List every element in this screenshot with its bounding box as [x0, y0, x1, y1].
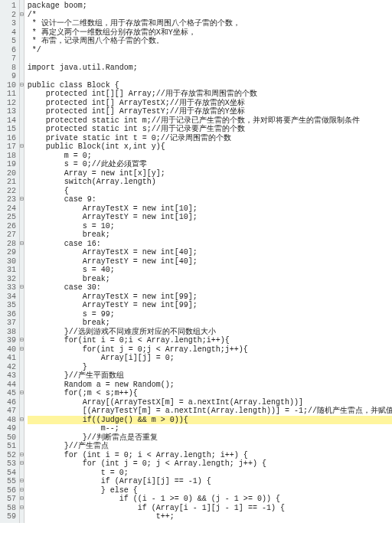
code-line: {: [28, 187, 392, 196]
fold-toggle: [20, 99, 24, 108]
line-number: 13: [2, 107, 16, 116]
fold-toggle[interactable]: ⊟: [20, 459, 24, 469]
line-number: 15: [2, 125, 16, 134]
fold-toggle[interactable]: ⊟: [20, 389, 24, 398]
line-number: 26: [2, 222, 16, 231]
line-number: 18: [2, 152, 16, 161]
code-line: case 30:: [28, 283, 392, 293]
line-number: 3: [2, 19, 16, 28]
line-number: 9: [2, 72, 16, 81]
code-line: s = 0;//此处必须置零: [28, 160, 392, 169]
fold-toggle[interactable]: ⊟: [20, 451, 24, 460]
fold-toggle[interactable]: ⊟: [20, 486, 24, 495]
fold-toggle: [20, 169, 24, 178]
line-number: 43: [2, 371, 16, 381]
code-line: for (int i = 0; i < Array.length; i++) {: [28, 451, 392, 460]
fold-toggle: [20, 442, 24, 451]
code-line: protected static int m;//用于记录已产生雷的个数，并对即…: [28, 116, 392, 126]
line-number: 8: [2, 64, 16, 73]
code-line: /*: [28, 11, 392, 20]
fold-toggle[interactable]: ⊟: [20, 142, 24, 152]
fold-toggle[interactable]: ⊟: [20, 240, 24, 249]
line-number: 21: [2, 178, 16, 187]
line-number: 7: [2, 54, 16, 64]
code-line: for(int i = 0;i < Array.length;i++){: [28, 336, 392, 345]
code-line: m--;: [28, 424, 392, 433]
code-line: s = 99;: [28, 310, 392, 319]
fold-toggle: [20, 46, 24, 55]
fold-toggle: [20, 64, 24, 73]
line-number: 28: [2, 240, 16, 249]
fold-toggle[interactable]: ⊟: [20, 195, 24, 204]
code-line: s = 40;: [28, 266, 392, 275]
line-number: 35: [2, 301, 16, 310]
line-number: 22: [2, 187, 16, 196]
code-line: break;: [28, 319, 392, 328]
fold-toggle: [20, 37, 24, 46]
code-line: ArrayTestX = new int[99];: [28, 293, 392, 302]
fold-toggle: [20, 230, 24, 240]
fold-toggle[interactable]: ⊟: [20, 477, 24, 486]
fold-toggle: [20, 204, 24, 214]
code-line: protected int[] ArrayTestX;//用于存放雷的X坐标: [28, 99, 392, 108]
code-line: case 16:: [28, 240, 392, 249]
code-line: Array = new int[x][y];: [28, 169, 392, 178]
fold-toggle[interactable]: ⊟: [20, 11, 24, 20]
code-line: [28, 72, 392, 81]
fold-toggle: [20, 469, 24, 478]
code-line: [(ArrayTestY[m] = a.nextInt(Array.length…: [28, 407, 392, 416]
line-number: 39: [2, 336, 16, 345]
fold-toggle[interactable]: ⊟: [20, 81, 24, 90]
code-line: m = 0;: [28, 152, 392, 161]
fold-toggle: [20, 152, 24, 161]
line-number: 42: [2, 363, 16, 372]
line-number: 40: [2, 345, 16, 355]
line-number: 55: [2, 477, 16, 486]
line-number: 33: [2, 283, 16, 293]
code-line: import java.util.Random;: [28, 64, 392, 73]
fold-toggle: [20, 424, 24, 433]
code-line: for(int j = 0;j < Array.length;j++){: [28, 345, 392, 355]
code-line: }//选则游戏不同难度所对应的不同数组大小: [28, 328, 392, 337]
fold-toggle[interactable]: ⊟: [20, 416, 24, 425]
fold-toggle[interactable]: ⊟: [20, 336, 24, 345]
fold-toggle[interactable]: ⊟: [20, 345, 24, 355]
line-number: 48: [2, 416, 16, 425]
line-number: 30: [2, 257, 16, 266]
code-line: ArrayTestY = new int[99];: [28, 301, 392, 310]
fold-toggle: [20, 363, 24, 372]
line-number: 46: [2, 398, 16, 407]
fold-toggle: [20, 178, 24, 187]
code-line: }: [28, 363, 392, 372]
fold-toggle: [20, 222, 24, 231]
fold-toggle[interactable]: ⊟: [20, 504, 24, 513]
code-line: * 再定义两个一维数组分别存放雷的X和Y坐标，: [28, 28, 392, 38]
fold-toggle: [20, 107, 24, 116]
fold-toggle: [20, 433, 24, 443]
code-area: package boom;/* * 设计一个二维数组，用于存放雷和周围八个格子雷…: [24, 0, 392, 523]
line-number: 47: [2, 407, 16, 416]
line-number: 11: [2, 90, 16, 99]
fold-toggle[interactable]: ⊟: [20, 283, 24, 293]
code-line: protected static int s;//用于记录要产生雷的个数: [28, 125, 392, 134]
code-line: } else {: [28, 486, 392, 495]
fold-toggle: [20, 310, 24, 319]
line-number: 24: [2, 204, 16, 214]
line-number: 52: [2, 451, 16, 460]
line-number: 27: [2, 230, 16, 240]
code-line: ArrayTestX = new int[10];: [28, 204, 392, 214]
code-line: break;: [28, 275, 392, 284]
fold-toggle: [20, 257, 24, 266]
code-line: private static int t = 0;//记录周围雷的个数: [28, 134, 392, 143]
code-line: protected int[] ArrayTestY;//用于存放雷的Y坐标: [28, 107, 392, 116]
line-number: 56: [2, 486, 16, 495]
line-number-gutter: 1234567891011121314151617181920212223242…: [0, 0, 20, 523]
line-number: 34: [2, 293, 16, 302]
line-number: 53: [2, 459, 16, 469]
fold-toggle: [20, 187, 24, 196]
code-line: }//产生雷点: [28, 442, 392, 451]
fold-toggle: [20, 116, 24, 126]
code-line: t++;: [28, 512, 392, 521]
code-line: switch(Array.length): [28, 178, 392, 187]
fold-toggle[interactable]: ⊟: [20, 495, 24, 504]
